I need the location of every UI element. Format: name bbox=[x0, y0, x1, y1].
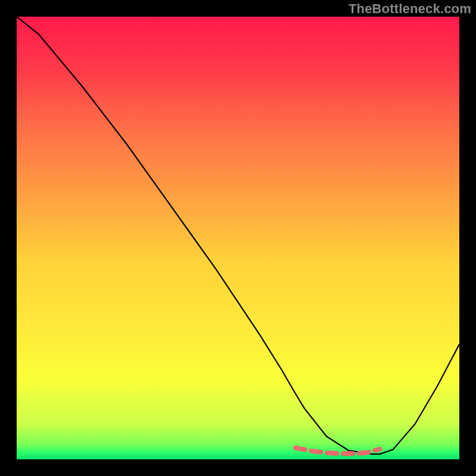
chart-svg bbox=[17, 17, 459, 459]
chart-container: TheBottleneck.com bbox=[0, 0, 476, 476]
gradient-bg bbox=[17, 17, 459, 459]
watermark-label: TheBottleneck.com bbox=[349, 1, 471, 17]
plot-area bbox=[17, 17, 459, 459]
